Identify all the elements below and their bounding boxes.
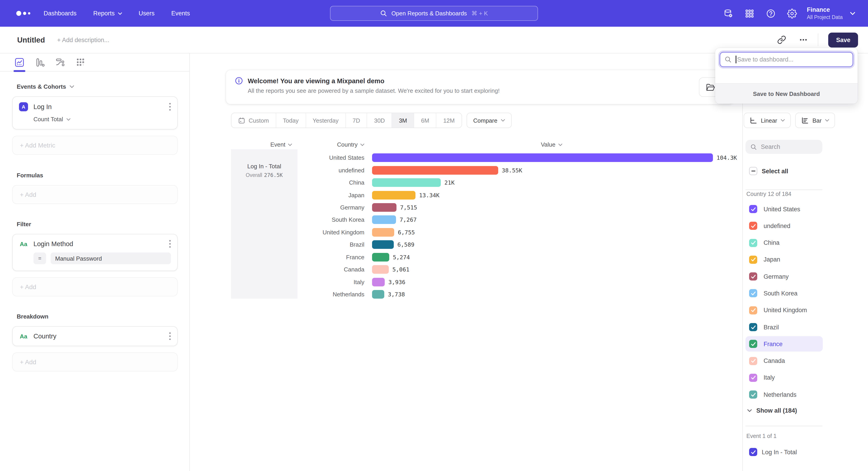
add-filter-button[interactable]: + Add [12, 277, 178, 296]
country-checkbox[interactable] [749, 256, 757, 264]
date-range-custom[interactable]: Custom [231, 113, 276, 127]
metric-card-log-in[interactable]: A Log In Count Total [12, 96, 178, 129]
apps-grid-icon[interactable] [744, 8, 754, 18]
country-checkbox[interactable] [749, 222, 757, 230]
legend-country-item-netherlands[interactable]: Netherlands [743, 387, 868, 404]
add-breakdown-button[interactable]: + Add [12, 352, 178, 372]
nav-item-dashboards[interactable]: Dashboards [43, 10, 76, 17]
report-title[interactable]: Untitled [17, 35, 45, 44]
mixpanel-logo-icon[interactable] [16, 11, 30, 16]
country-checkbox[interactable] [749, 306, 757, 315]
compare-button[interactable]: Compare [467, 113, 512, 128]
bar[interactable] [372, 215, 396, 224]
legend-country-item-south-korea[interactable]: South Korea [743, 286, 868, 303]
legend-country-item-germany[interactable]: Germany [743, 269, 868, 286]
kebab-menu-icon[interactable] [169, 332, 171, 340]
more-options-icon[interactable] [799, 35, 808, 45]
legend-country-item-japan[interactable]: Japan [743, 252, 868, 269]
global-search-button[interactable]: Open Reports & Dashboards ⌘ + K [330, 6, 538, 21]
data-gear-icon[interactable] [723, 8, 733, 18]
column-header-country[interactable]: Country [330, 141, 364, 148]
country-checkbox[interactable] [749, 323, 757, 331]
select-all-row[interactable]: Select all [749, 167, 788, 175]
date-range-today[interactable]: Today [276, 113, 305, 127]
project-selector[interactable]: Finance All Project Data [807, 6, 843, 21]
bar[interactable] [372, 290, 384, 299]
bar[interactable] [372, 153, 713, 162]
filter-value-input[interactable]: Manual Password [51, 253, 171, 264]
date-range-30d[interactable]: 30D [367, 113, 392, 127]
legend-country-item-china[interactable]: China [743, 235, 868, 252]
breakdown-card-country[interactable]: Aa Country [12, 326, 178, 346]
bar[interactable] [372, 265, 389, 274]
tab-insights[interactable] [14, 57, 25, 68]
tab-funnels[interactable] [34, 57, 45, 68]
help-icon[interactable] [766, 8, 776, 18]
date-range-12m[interactable]: 12M [436, 113, 462, 127]
bar[interactable] [372, 253, 389, 261]
nav-item-users[interactable]: Users [138, 10, 155, 17]
country-checkbox[interactable] [749, 391, 757, 399]
legend-country-item-italy[interactable]: Italy [743, 370, 868, 387]
country-label: Japan [764, 256, 780, 263]
chevron-down-icon[interactable] [850, 11, 855, 15]
events-cohorts-header[interactable]: Events & Cohorts [17, 83, 178, 90]
legend-country-item-canada[interactable]: Canada [743, 353, 868, 370]
country-checkbox[interactable] [749, 272, 757, 281]
bar-chart-icon [801, 117, 809, 124]
tab-retention[interactable] [75, 57, 86, 68]
nav-item-reports[interactable]: Reports [93, 10, 122, 17]
legend-country-item-france[interactable]: France [743, 336, 868, 353]
check-icon [751, 342, 756, 346]
bar[interactable] [372, 240, 394, 249]
add-metric-button[interactable]: + Add Metric [12, 136, 178, 155]
column-header-event[interactable]: Event [270, 141, 292, 148]
bar[interactable] [372, 178, 441, 187]
legend-event-item[interactable]: Log In - Total [749, 448, 797, 456]
country-checkbox[interactable] [749, 239, 757, 247]
settings-icon[interactable] [787, 8, 797, 18]
date-range-7d[interactable]: 7D [345, 113, 367, 127]
country-checkbox[interactable] [749, 374, 757, 382]
country-checkbox[interactable] [749, 357, 757, 365]
date-range-6m[interactable]: 6M [414, 113, 436, 127]
check-icon [751, 359, 756, 363]
chevron-down-icon [70, 85, 74, 88]
copy-link-icon[interactable] [777, 35, 786, 45]
save-dashboard-search-input[interactable]: Save to dashboard... [720, 52, 853, 67]
country-checkbox[interactable] [749, 289, 757, 297]
legend-country-item-undefined[interactable]: undefined [743, 218, 868, 235]
column-header-value[interactable]: Value [524, 141, 579, 148]
nav-item-events[interactable]: Events [171, 10, 190, 17]
scale-selector-button[interactable]: Linear [744, 113, 791, 128]
date-range-yesterday[interactable]: Yesterday [305, 113, 345, 127]
filter-operator[interactable]: = [33, 253, 46, 264]
save-to-new-dashboard-button[interactable]: Save to New Dashboard [715, 83, 858, 104]
kebab-menu-icon[interactable] [169, 103, 171, 111]
legend-country-item-brazil[interactable]: Brazil [743, 319, 868, 336]
show-all-button[interactable]: Show all (184) [747, 407, 797, 414]
bar[interactable] [372, 191, 415, 199]
aggregation-selector[interactable]: Count Total [33, 116, 171, 123]
bar[interactable] [372, 203, 397, 212]
legend-search-input[interactable]: Search [745, 140, 822, 154]
filter-card-login-method[interactable]: Aa Login Method = Manual Password [12, 234, 178, 271]
divider [745, 189, 822, 190]
add-formula-button[interactable]: + Add [12, 185, 178, 204]
kebab-menu-icon[interactable] [169, 240, 171, 248]
bar[interactable] [372, 277, 385, 286]
select-all-checkbox[interactable] [749, 167, 757, 175]
tab-flows[interactable] [55, 57, 66, 68]
bar[interactable] [372, 166, 498, 174]
legend-country-item-united-kingdom[interactable]: United Kingdom [743, 303, 868, 320]
country-checkbox[interactable] [749, 340, 757, 348]
bar[interactable] [372, 228, 394, 237]
legend-country-item-united-states[interactable]: United States [743, 201, 868, 218]
country-checkbox[interactable] [749, 205, 757, 213]
date-range-3m[interactable]: 3M [392, 113, 414, 127]
project-name: Finance [807, 6, 843, 14]
chart-type-button[interactable]: Bar [795, 113, 835, 128]
save-button[interactable]: Save [829, 32, 858, 47]
event-checkbox[interactable] [749, 448, 757, 456]
add-description-button[interactable]: + Add description... [57, 36, 109, 43]
